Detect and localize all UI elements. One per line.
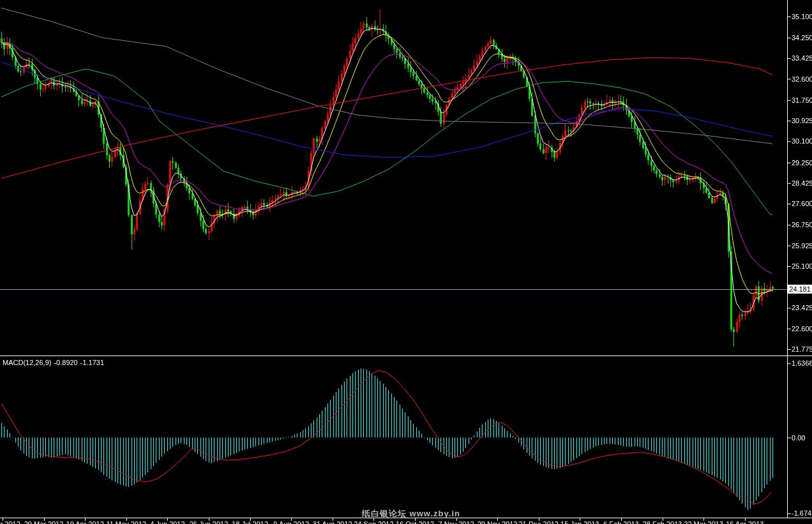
date-tick-label: 9 Aug 2012: [273, 521, 309, 524]
date-tick-label: 16 Oct 2012: [396, 521, 434, 524]
price-tick-label: 32.600: [792, 75, 812, 83]
macd-indicator-label: MACD(12,26,9)-0.8920-1.1731: [3, 359, 107, 366]
price-tick-label: 30.100: [792, 137, 812, 145]
date-tick-label: 4 Jun 2012: [150, 521, 184, 524]
price-tick-label: 35.100: [792, 13, 812, 20]
current-price-box: 24.181: [788, 285, 812, 294]
date-tick-label: 29 Nov 2012: [477, 521, 517, 524]
price-tick-label: 33.425: [792, 54, 812, 62]
date-tick-label: 26 Jun 2012: [190, 521, 229, 524]
price-tick-label: 28.425: [792, 179, 812, 187]
time-axis[interactable]: 5 Mar 201229 Mar 201219 Apr 201211 May 2…: [0, 518, 812, 524]
price-tick-label: 25.100: [792, 262, 812, 270]
date-tick-label: 24 Sep 2012: [354, 521, 393, 524]
price-tick-label: 21.775: [792, 345, 812, 353]
price-tick-label: 23.425: [792, 304, 812, 311]
price-tick-label: 31.750: [792, 96, 812, 104]
macd-tick-label: -1.6749: [792, 509, 812, 517]
price-tick-label: 29.250: [792, 159, 812, 167]
price-tick-label: 26.750: [792, 221, 812, 228]
date-tick-label: 29 Mar 2012: [24, 521, 64, 524]
macd-tick-label: 1.6366: [792, 359, 812, 367]
date-tick-label: 15 Jan 2013: [560, 521, 599, 524]
date-tick-label: 19 Apr 2012: [66, 521, 104, 524]
macd-indicator-name: MACD(12,26,9): [3, 359, 51, 366]
price-tick-label: 27.600: [792, 200, 812, 207]
price-tick-label: 22.600: [792, 325, 812, 333]
date-tick-label: 22 Mar 2013: [684, 521, 723, 524]
macd-signal-value: -1.1731: [80, 359, 104, 366]
date-tick-label: 28 Feb 2013: [643, 521, 682, 524]
date-tick-label: 16 Apr 2013: [726, 521, 763, 524]
chart-canvas[interactable]: [0, 0, 812, 524]
price-tick-label: 30.925: [792, 117, 812, 124]
date-tick-label: 18 Jul 2012: [232, 521, 268, 524]
macd-tick-label: 0.00: [792, 434, 805, 442]
trading-chart-window: MACD(12,26,9)-0.8920-1.1731 纸白银论坛 www.zb…: [0, 0, 812, 524]
date-tick-label: 7 Nov 2012: [438, 521, 474, 524]
date-tick-label: 5 Mar 2012: [0, 521, 20, 524]
date-tick-label: 31 Aug 2012: [313, 521, 352, 524]
price-tick-label: 25.925: [792, 242, 812, 250]
macd-value: -0.8920: [54, 359, 77, 366]
date-tick-label: 21 Dec 2012: [519, 521, 559, 524]
price-tick-label: 34.250: [792, 34, 812, 41]
date-tick-label: 11 May 2012: [106, 521, 146, 524]
date-tick-label: 6 Feb 2013: [603, 521, 639, 524]
